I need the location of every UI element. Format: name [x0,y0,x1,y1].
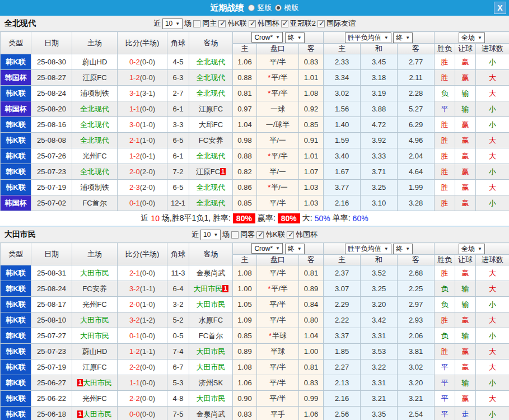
horizontal-layout-radio[interactable] [275,4,282,11]
bookmaker-select[interactable]: Crow*▼ [251,32,283,43]
mean-home-odds: 1.40 [324,117,361,133]
changed-line-marker: * [268,89,270,97]
games-count-select-value: 10 [203,231,211,239]
league-filter-label: 韩K联 [265,230,285,240]
home-team: 1大田市民 [72,407,118,420]
fulltime-score: 3-0 [129,120,140,129]
col-corner: 角球 [167,32,189,54]
halftime-score: (1-2) [140,316,155,324]
final-mean-select[interactable]: 终▼ [393,32,413,43]
col-result: 胜负 [435,44,455,54]
match-row: 韩K联25-08-10大田市民3-2(1-2)5-2水原FC1.09平/半0.8… [1,312,509,328]
same-venue-checkbox[interactable] [231,231,239,239]
result-value: 负 [435,328,455,344]
halftime-score: (0-0) [140,58,155,66]
games-count-select-value: 10 [165,20,172,27]
mean-draw-odds: 3.88 [361,101,398,117]
same-venue-label: 同主 [202,18,217,29]
home-team: FC安养 [72,281,118,297]
home-team-label: 蔚山HD [82,58,108,66]
home-team-label: 大田市民 [83,379,112,387]
handicap-line: 平/半 [257,54,299,70]
fulltime-score: 2-0 [129,167,140,176]
mean-away-odds: 2.77 [398,54,435,70]
home-team: 蔚山HD [72,54,118,70]
final-odds-select[interactable]: 终▼ [285,32,305,43]
match-row: 韩K联25-08-24FC安养3-2(1-1)6-4大田市民11.00*平/半0… [1,281,509,297]
changed-line-marker: * [269,332,272,340]
handicap-line-label: 平/半 [269,316,286,324]
halftime-score: (1-0) [140,136,155,144]
mean-draw-odds: 4.72 [361,117,398,133]
mean-home-odds: 1.56 [324,101,361,117]
mean-type-select[interactable]: 胜平负均值▼ [345,32,391,43]
col-handicap-result: 让球 [455,255,476,265]
halftime-score: (0-0) [140,363,155,371]
fullmatch-select[interactable]: 全场▼ [459,32,485,43]
goals-result-value: 大 [476,265,509,281]
games-label: 场 [184,18,192,29]
filter-bar: 近10▼场同主韩K联韩国杯亚冠联2国际友谊 [153,18,356,29]
close-icon[interactable]: X [494,2,506,14]
vertical-layout-radio[interactable] [248,4,255,11]
mean-group-header: 胜平负均值▼ 终▼ [324,32,435,44]
league-filter-checkbox[interactable] [218,20,226,27]
handicap-result-value: 赢 [455,360,476,375]
home-odds: 0.85 [233,195,257,211]
match-row: 韩K联25-08-30蔚山HD0-2(0-0)4-5全北现代1.06平/半0.8… [1,54,509,70]
games-count-select[interactable]: 10▼ [200,230,221,240]
score: 2-0(2-0) [118,164,167,180]
mean-away-odds: 2.93 [398,312,435,328]
mean-type-select[interactable]: 胜平负均值▼ [345,244,391,254]
goals-result-value: 小 [476,195,509,211]
fullmatch-select[interactable]: 全场▼ [459,244,485,254]
corners: 7-4 [167,344,189,360]
match-date: 25-07-26 [31,148,72,164]
section-bar: 全北现代 近10▼场同主韩K联韩国杯亚冠联2国际友谊 [0,16,509,31]
final-odds-select[interactable]: 终▼ [285,244,305,254]
home-odds: 1.00 [233,281,257,297]
match-date: 25-08-17 [31,297,72,312]
result-value: 胜 [435,133,455,148]
away-team: 全北现代 [189,86,233,101]
halftime-score: (0-0) [140,269,155,277]
away-team-label: FC安养 [199,136,223,144]
handicap-line: 一球 [257,101,299,117]
card-count-badge: 1 [220,168,226,175]
home-team: 江原FC [72,360,118,375]
filter-bar: 近10▼场同客韩K联韩国杯 [192,230,317,240]
league-filter-checkbox[interactable] [317,20,325,27]
bookmaker-select[interactable]: Crow*▼ [251,243,283,254]
handicap-line: 一/球半 [257,117,299,133]
league-filter-checkbox[interactable] [256,231,264,239]
away-odds: 1.00 [299,344,324,360]
home-odds: 1.08 [233,265,257,281]
match-row: 韩K联25-08-16全北现代3-0(1-0)3-3大邱FC1.04一/球半0.… [1,117,509,133]
league-badge: 韩K联 [1,375,31,391]
final-mean-select[interactable]: 终▼ [393,244,413,254]
result-value: 平 [435,360,455,375]
league-badge: 韩K联 [1,164,31,180]
result-group-header: 全场▼ [435,243,509,255]
league-filter-checkbox[interactable] [249,20,256,27]
league-filter-checkbox[interactable] [287,231,294,239]
away-odds: 0.83 [299,375,324,391]
handicap-line-label: 半球 [270,347,285,356]
home-team-label: 大田市民 [80,269,109,277]
result-value: 负 [435,86,455,101]
chevron-down-icon: ▼ [478,246,482,251]
fulltime-score: 1-2 [129,73,140,82]
goals-result-value: 大 [476,148,509,164]
score: 1-2(0-0) [118,70,167,86]
home-team-label: FC首尔 [82,199,106,207]
match-row: 韩K联25-08-24浦项制铁3-1(3-1)2-7全北现代0.81*平/半1.… [1,86,509,101]
col-handicap: 盘口 [257,44,299,54]
same-venue-checkbox[interactable] [193,20,200,27]
score: 3-0(1-0) [118,117,167,133]
home-odds: 0.86 [233,180,257,195]
league-filter-checkbox[interactable] [281,20,288,27]
away-team-label: 大田市民 [197,300,226,309]
matches-table: 类型 日期 主场 比分(半场) 角球 客场 Crow*▼ 终▼ 胜平负均值▼ 终… [0,31,509,211]
games-count-select[interactable]: 10▼ [162,18,183,29]
league-filter-label: 韩国杯 [296,230,317,240]
